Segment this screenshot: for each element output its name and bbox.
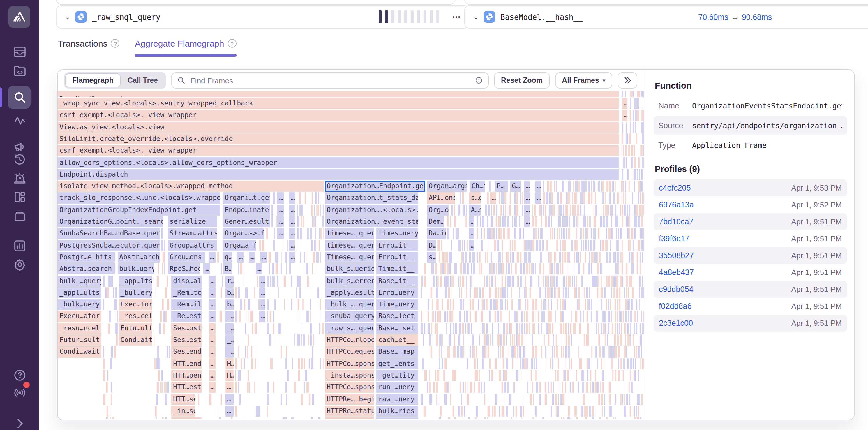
flamegraph-frame-thin[interactable] (627, 334, 630, 346)
flamegraph-frame-thin[interactable] (507, 252, 508, 263)
flamegraph-frame-thin[interactable] (540, 228, 540, 240)
flamegraph-frame-thin[interactable] (436, 299, 437, 310)
flamegraph-frame-thin[interactable] (440, 264, 442, 275)
flamegraph-frame-thin[interactable] (560, 322, 562, 334)
flamegraph-frame[interactable]: … (524, 181, 530, 192)
flamegraph-frame-thin[interactable] (488, 346, 489, 358)
flamegraph-frame-thin[interactable] (487, 192, 489, 204)
flamegraph-frame-thin[interactable] (300, 204, 301, 216)
flamegraph-frame-thin[interactable] (239, 394, 241, 405)
flamegraph-frame-thin[interactable] (267, 311, 268, 322)
flamegraph-frame[interactable]: BaseHandler._get_response (58, 91, 618, 97)
flamegraph-frame-thin[interactable] (626, 346, 628, 358)
flamegraph-frame-thin[interactable] (519, 346, 521, 358)
flamegraph-frame-thin[interactable] (491, 252, 492, 263)
flamegraph-frame-thin[interactable] (103, 358, 104, 369)
flamegraph-frame-thin[interactable] (589, 405, 591, 417)
flamegraph-frame[interactable]: _bul…ery (119, 287, 152, 299)
flamegraph-frame-thin[interactable] (631, 299, 633, 310)
flamegraph-frame-thin[interactable] (587, 311, 588, 322)
flamegraph-frame-thin[interactable] (546, 358, 547, 369)
flamegraph-frame-thin[interactable] (437, 240, 439, 251)
reset-zoom-button[interactable]: Reset Zoom (494, 72, 550, 89)
flamegraph-frame-thin[interactable] (494, 240, 496, 251)
flamegraph-frame-thin[interactable] (612, 322, 614, 334)
flamegraph-frame-thin[interactable] (621, 192, 622, 204)
flamegraph-frame-thin[interactable] (532, 264, 534, 275)
flamegraph-frame-thin[interactable] (446, 252, 448, 263)
flamegraph-frame-thin[interactable] (513, 381, 513, 393)
flamegraph-frame-thin[interactable] (564, 252, 566, 263)
flamegraph-frame-thin[interactable] (506, 252, 506, 263)
flamegraph-frame-thin[interactable] (556, 264, 558, 275)
flamegraph-frame-thin[interactable] (522, 228, 524, 240)
flamegraph-frame-thin[interactable] (633, 334, 634, 346)
flamegraph-frame-thin[interactable] (581, 275, 583, 287)
flamegraph-frame-thin[interactable] (551, 322, 553, 334)
flamegraph-frame-thin[interactable] (615, 252, 616, 263)
flamegraph-frame-thin[interactable] (543, 204, 544, 216)
flamegraph-frame-thin[interactable] (625, 91, 626, 97)
flamegraph-frame-thin[interactable] (623, 358, 625, 369)
flamegraph-frame-thin[interactable] (482, 358, 484, 369)
flamegraph-frame-thin[interactable] (589, 216, 589, 227)
flamegraph-frame-thin[interactable] (615, 322, 616, 334)
flamegraph-frame-thin[interactable] (521, 322, 523, 334)
flamegraph-frame-thin[interactable] (603, 322, 605, 334)
flamegraph-frame-thin[interactable] (299, 287, 301, 299)
flamegraph-frame[interactable]: Abstr…arch (117, 252, 160, 263)
flamegraph-frame-thin[interactable] (600, 240, 601, 251)
flamegraph-frame-thin[interactable] (619, 322, 620, 334)
flamegraph-frame-thin[interactable] (527, 381, 529, 393)
flamegraph-frame-thin[interactable] (165, 311, 167, 322)
flamegraph-frame-thin[interactable] (635, 346, 637, 358)
flamegraph-frame-thin[interactable] (166, 346, 169, 358)
flamegraph-frame-thin[interactable] (502, 346, 504, 358)
flamegraph-frame-thin[interactable] (520, 264, 522, 275)
flamegraph-frame-thin[interactable] (552, 394, 554, 405)
flamegraph-frame-thin[interactable] (300, 252, 301, 263)
flamegraph-frame-thin[interactable] (542, 275, 542, 287)
flamegraph-frame-thin[interactable] (606, 216, 608, 227)
flamegraph-frame-thin[interactable] (576, 370, 577, 381)
flamegraph-frame-thin[interactable] (641, 157, 641, 168)
flamegraph-frame-thin[interactable] (641, 110, 644, 121)
flamegraph-frame-thin[interactable] (509, 240, 511, 251)
flamegraph-frame-thin[interactable] (243, 275, 244, 287)
flamegraph-frame-thin[interactable] (305, 370, 307, 381)
flamegraph-frame-thin[interactable] (622, 145, 622, 156)
flamegraph-frame-thin[interactable] (161, 381, 163, 393)
flamegraph-frame-thin[interactable] (286, 346, 287, 358)
flamegraph-frame-thin[interactable] (630, 110, 632, 121)
flamegraph-frame-thin[interactable] (103, 275, 105, 287)
flamegraph-frame-thin[interactable] (488, 405, 490, 417)
flamegraph-frame-thin[interactable] (604, 311, 607, 322)
flamegraph-frame-thin[interactable] (506, 334, 507, 346)
flamegraph-frame-thin[interactable] (463, 299, 465, 310)
flamegraph-frame-thin[interactable] (536, 358, 537, 369)
flamegraph-frame-thin[interactable] (630, 334, 631, 346)
flamegraph-frame-thin[interactable] (254, 287, 255, 299)
flamegraph-frame-thin[interactable] (631, 381, 633, 393)
flamegraph-frame[interactable]: … (260, 252, 267, 263)
flamegraph-frame-thin[interactable] (240, 264, 242, 275)
flamegraph-frame-thin[interactable] (505, 299, 506, 310)
flamegraph-frame-thin[interactable] (461, 405, 463, 417)
flamegraph-frame-thin[interactable] (554, 334, 555, 346)
flamegraph-frame-thin[interactable] (634, 311, 636, 322)
flamegraph-frame-thin[interactable] (619, 311, 621, 322)
flamegraph-frame-thin[interactable] (257, 275, 258, 287)
flamegraph-frame[interactable]: disp…all (171, 275, 202, 287)
flamegraph-frame-thin[interactable] (297, 240, 298, 251)
flamegraph-frame-thin[interactable] (524, 358, 526, 369)
flamegraph-frame-thin[interactable] (635, 121, 636, 133)
flamegraph-frame[interactable]: … (259, 287, 265, 299)
flamegraph-frame-thin[interactable] (630, 287, 631, 299)
flamegraph-frame-thin[interactable] (638, 98, 639, 109)
flamegraph-frame-thin[interactable] (510, 322, 512, 334)
flamegraph-frame-thin[interactable] (485, 252, 486, 263)
flamegraph-frame-thin[interactable] (500, 216, 501, 227)
flamegraph-frame-thin[interactable] (518, 299, 519, 310)
flamegraph-frame-thin[interactable] (423, 322, 425, 334)
flamegraph-frame[interactable]: allow_cors_options.<locals>.allow_cors_o… (58, 157, 618, 168)
